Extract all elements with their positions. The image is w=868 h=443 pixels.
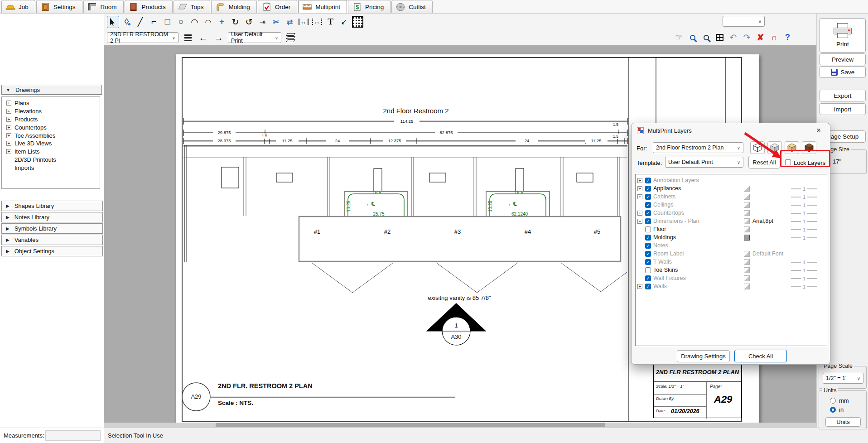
tab-order[interactable]: Order (258, 0, 298, 13)
layer-row-notes[interactable]: ✓Notes (636, 242, 827, 250)
wireframe-cube-button[interactable] (750, 141, 765, 154)
text-tool-button[interactable]: T (324, 16, 337, 28)
zoom-tool-button[interactable] (687, 32, 698, 43)
tab-job[interactable]: Job (1, 0, 35, 13)
curve-tool-button[interactable]: ◠ (202, 16, 214, 28)
tree-item-elevations[interactable]: +Elevations (2, 107, 100, 116)
panel-symbols-library[interactable]: ▶Symbols Library (1, 223, 103, 234)
tab-pricing[interactable]: $Pricing (348, 0, 391, 13)
layer-color-swatch[interactable] (744, 218, 750, 224)
layer-checkbox[interactable]: ✓ (645, 210, 651, 216)
expand-icon[interactable]: + (6, 125, 11, 130)
layer-checkbox[interactable]: ✓ (645, 284, 651, 289)
qrcode-tool-button[interactable] (352, 16, 364, 28)
template-select[interactable]: User Default Print∨ (665, 157, 743, 168)
del-button[interactable]: ✘ (755, 32, 766, 43)
rectangle-tool-button[interactable]: □ (161, 16, 174, 28)
layer-color-swatch[interactable] (744, 194, 750, 200)
expand-icon[interactable]: + (637, 186, 642, 191)
layer-checkbox[interactable]: ✓ (645, 251, 651, 257)
layer-checkbox[interactable]: ✓ (645, 202, 651, 208)
unit-mm-radio[interactable]: mm (830, 397, 849, 404)
tree-item-products[interactable]: +Products (2, 116, 100, 124)
brown-cube-button[interactable] (802, 141, 816, 154)
corner-dropdown[interactable]: ∨ (723, 16, 765, 27)
tree-item-imports[interactable]: Imports (2, 164, 100, 172)
layer-checkbox[interactable]: ✓ (645, 178, 651, 183)
panel-variables[interactable]: ▶Variables (1, 235, 103, 245)
layer-checkbox[interactable]: ✓ (645, 259, 651, 265)
tree-item-plans[interactable]: +Plans (2, 99, 100, 107)
dimension-tool-button[interactable]: ↔ (297, 16, 309, 28)
hscrollbar-thumb[interactable] (216, 423, 605, 427)
print-template-select[interactable]: User Default Print∨ (228, 32, 281, 43)
layer-color-swatch[interactable] (744, 202, 750, 208)
expand-icon[interactable]: + (6, 109, 11, 114)
tan-cube-button[interactable] (785, 141, 799, 154)
layer-row-cabinets[interactable]: +✓Cabinets1 (636, 193, 827, 201)
select-tool-button[interactable] (107, 16, 119, 28)
expand-icon[interactable]: + (6, 117, 11, 122)
close-icon[interactable]: × (813, 126, 825, 135)
tree-item-2d3d-printouts[interactable]: 2D/3D Printouts (2, 156, 100, 164)
circle-tool-button[interactable]: ○ (175, 16, 187, 28)
expand-icon[interactable]: + (637, 211, 642, 216)
panel-object-settings[interactable]: ▶Object Settings (1, 246, 103, 256)
layer-checkbox[interactable]: ✓ (645, 186, 651, 192)
layer-row-dimensions-plan[interactable]: +✓Dimensions - PlanArial,8pt1 (636, 217, 827, 226)
layer-checkbox[interactable]: ✓ (645, 275, 651, 281)
layer-row-floor[interactable]: Floor1 (636, 226, 827, 234)
zoom-window-button[interactable] (700, 32, 712, 43)
layer-row-t-walls[interactable]: ✓T Walls1 (636, 258, 827, 266)
export-button[interactable]: Export (820, 90, 866, 101)
tree-item-countertops[interactable]: +Countertops (2, 123, 100, 131)
expand-icon[interactable]: + (6, 101, 11, 106)
reset-all-button[interactable]: Reset All (748, 156, 780, 169)
tab-molding[interactable]: Molding (211, 0, 256, 13)
tab-settings[interactable]: Settings (36, 0, 82, 13)
layers-button[interactable] (285, 32, 297, 44)
layer-checkbox[interactable] (645, 226, 651, 232)
save-button[interactable]: Save (820, 66, 866, 78)
layer-row-ceilings[interactable]: ✓Ceilings1 (636, 201, 827, 209)
layer-checkbox[interactable]: ✓ (645, 243, 651, 249)
layer-row-walls[interactable]: +✓Walls1 (636, 283, 827, 291)
lock-layers-checkbox[interactable] (785, 159, 791, 165)
layer-color-swatch[interactable] (744, 251, 750, 257)
layer-color-swatch[interactable] (744, 235, 750, 241)
rotate-tool-button[interactable]: ↻ (229, 16, 241, 28)
preview-button[interactable]: Preview (820, 53, 866, 65)
layer-row-room-label[interactable]: ✓Room LabelDefault Font (636, 250, 827, 258)
panel-shapes-library[interactable]: ▶Shapes Library (1, 201, 103, 211)
layer-color-swatch[interactable] (744, 259, 750, 265)
spin-tool-button[interactable]: ↺ (243, 16, 255, 28)
extend-tool-button[interactable]: ⇥ (256, 16, 269, 28)
tab-room[interactable]: Room (83, 0, 124, 13)
layer-row-toe-skins[interactable]: Toe Skins1 (636, 266, 827, 274)
layer-row-moldings[interactable]: ✓Moldings1 (636, 234, 827, 242)
move-tool-button[interactable]: + (216, 16, 228, 28)
tree-item-live-3d-views[interactable]: +Live 3D Views (2, 140, 100, 148)
pan-tool-button[interactable]: ☞ (673, 32, 685, 43)
line-tool-button[interactable]: ╱ (134, 16, 146, 28)
layer-color-swatch[interactable] (744, 210, 750, 216)
layer-checkbox[interactable]: ✓ (645, 194, 651, 200)
tab-products[interactable]: Products (125, 0, 173, 13)
polyline-tool-button[interactable]: ⌐ (148, 16, 160, 28)
print-button[interactable]: Print (820, 18, 866, 53)
tile-view-button[interactable] (714, 32, 725, 43)
layer-row-appliances[interactable]: +✓Appliances1 (636, 185, 827, 193)
expand-icon[interactable]: + (637, 194, 642, 199)
layer-row-countertops[interactable]: +✓Countertops1 (636, 209, 827, 217)
units-button[interactable]: Units (825, 417, 861, 427)
help-button[interactable]: ? (782, 32, 793, 43)
layer-checkbox[interactable]: ✓ (645, 235, 651, 241)
tree-item-item-lists[interactable]: +Item Lists (2, 148, 100, 156)
leader-tool-button[interactable]: ↙ (338, 16, 350, 28)
layer-checkbox[interactable] (645, 267, 651, 273)
check-all-button[interactable]: Check All (734, 350, 787, 362)
expand-icon[interactable]: + (637, 219, 642, 224)
expand-icon[interactable]: + (6, 149, 11, 154)
previous-drawing-button[interactable]: ← (197, 32, 209, 44)
layer-row-wall-fixtures[interactable]: ✓Wall Fixtures1 (636, 274, 827, 283)
